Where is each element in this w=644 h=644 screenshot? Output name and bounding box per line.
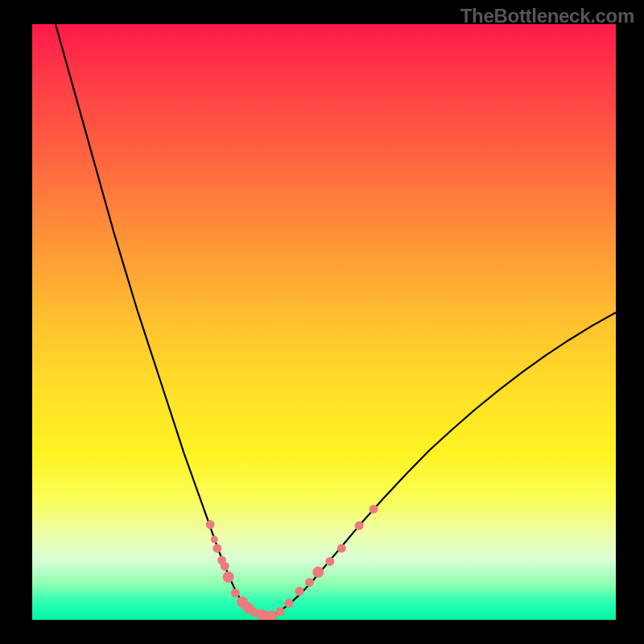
- bottleneck-curve: [56, 24, 616, 617]
- data-point: [223, 572, 234, 583]
- data-point: [305, 578, 314, 587]
- data-point: [337, 544, 346, 553]
- data-point: [312, 567, 324, 578]
- data-point: [217, 556, 226, 565]
- data-point: [276, 607, 285, 616]
- data-point: [266, 611, 277, 620]
- data-point: [369, 505, 378, 514]
- data-point: [231, 588, 240, 597]
- data-point: [221, 562, 229, 571]
- chart-svg: [32, 24, 616, 620]
- data-point: [211, 536, 218, 543]
- watermark-text: TheBottleneck.com: [460, 5, 634, 27]
- data-point: [257, 609, 268, 620]
- data-point: [295, 587, 304, 596]
- data-point: [206, 520, 215, 529]
- data-point: [325, 557, 334, 566]
- chart-frame: TheBottleneck.com: [0, 0, 644, 644]
- data-point: [285, 599, 294, 608]
- data-point: [242, 602, 254, 613]
- data-point: [237, 597, 248, 608]
- data-point: [250, 609, 259, 617]
- data-point: [213, 544, 221, 553]
- plot-area: [32, 24, 616, 620]
- data-point: [355, 522, 364, 530]
